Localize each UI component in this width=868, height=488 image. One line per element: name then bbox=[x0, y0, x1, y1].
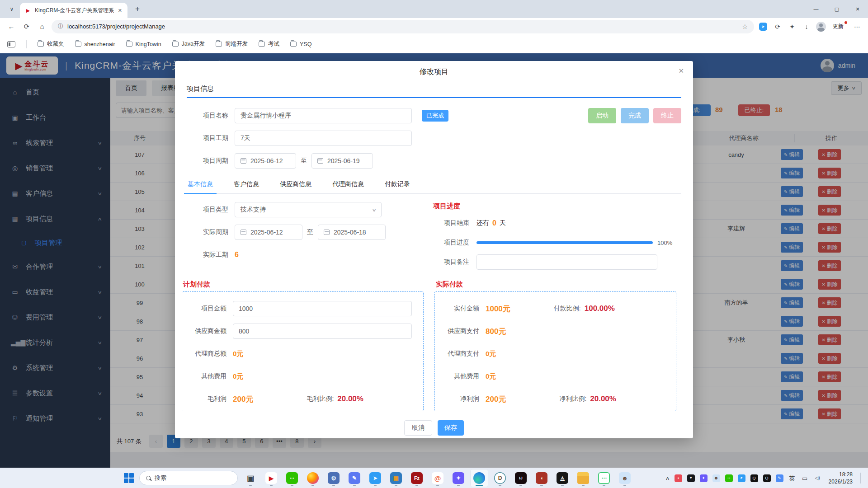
filezilla-app-icon[interactable]: Fz bbox=[408, 469, 426, 487]
clock[interactable]: 18:28 2026/1/23 bbox=[829, 471, 853, 485]
network-icon[interactable]: ▭ bbox=[801, 474, 809, 482]
bookmark-folder[interactable]: KingTowin bbox=[126, 41, 161, 47]
supplier-amount-input[interactable] bbox=[233, 324, 412, 339]
intellij-app-icon[interactable]: IJ bbox=[512, 469, 530, 487]
system-tray: ∧ ◗ ▼ ✦ ☻ ● ● ➤ Q Q bbox=[666, 471, 863, 485]
start-button[interactable] bbox=[124, 473, 134, 483]
net-ratio-value: 20.00% bbox=[590, 394, 616, 404]
modal-tab[interactable]: 付款记录 bbox=[384, 176, 411, 193]
wechat-app-icon[interactable]: ● ● bbox=[283, 469, 301, 487]
modal-tab[interactable]: 客户信息 bbox=[233, 176, 260, 193]
tray-red-app-icon[interactable]: ◗ bbox=[675, 474, 682, 482]
duration-input[interactable] bbox=[235, 131, 412, 146]
kingcrm-app-icon[interactable]: ▶ bbox=[262, 469, 280, 487]
refresh-button[interactable]: ⟳ bbox=[21, 21, 33, 33]
other-fee-value: 0元 bbox=[233, 372, 243, 381]
tray-wechat-icon[interactable]: ● ● bbox=[725, 474, 733, 482]
tray-purple-app-icon[interactable]: ✦ bbox=[700, 474, 708, 482]
paid-amount-value: 1000元 bbox=[486, 304, 510, 314]
save-button[interactable]: 保存 bbox=[438, 420, 464, 436]
maximize-button[interactable]: ▢ bbox=[826, 0, 847, 18]
browser-update-button[interactable]: 更新 bbox=[830, 21, 848, 32]
actual-start-datepicker[interactable]: 2025-06-12 bbox=[235, 225, 302, 240]
remote-desktop-icon[interactable]: ⚙ bbox=[325, 469, 343, 487]
modal-tab[interactable]: 代理商信息 bbox=[331, 176, 365, 193]
tab-search-button[interactable]: ∨ bbox=[5, 3, 18, 15]
browser-menu-button[interactable]: ⋯ bbox=[852, 21, 863, 32]
snail-app-icon[interactable]: @ bbox=[429, 469, 447, 487]
profile-button[interactable] bbox=[816, 21, 826, 32]
project-name-input[interactable] bbox=[235, 108, 412, 123]
bookmark-folder[interactable]: YSQ bbox=[290, 41, 311, 47]
taskbar-search[interactable]: 搜索 bbox=[139, 471, 238, 485]
vmware-app-icon[interactable]: ▦ bbox=[387, 469, 405, 487]
modal-tab[interactable]: 基本信息 bbox=[187, 176, 214, 193]
music-app-icon[interactable]: ◖ bbox=[533, 469, 551, 487]
agent-paid-value: 0元 bbox=[486, 350, 496, 358]
to-label: 至 bbox=[307, 228, 313, 236]
period-start-datepicker[interactable]: 2025-06-12 bbox=[235, 153, 296, 169]
back-button[interactable]: ← bbox=[5, 21, 17, 33]
unity-app-icon[interactable]: ◬ bbox=[553, 469, 571, 487]
actual-end-datepicker[interactable]: 2025-06-18 bbox=[318, 225, 386, 240]
end-label: 项目结束 bbox=[433, 219, 476, 227]
sync-icon[interactable]: ⟳ bbox=[772, 21, 783, 32]
project-amount-input[interactable] bbox=[233, 301, 412, 316]
close-icon[interactable]: ✕ bbox=[678, 67, 684, 75]
gross-ratio-label: 毛利比例: bbox=[307, 395, 334, 403]
bookmark-folder[interactable]: 前端开发 bbox=[216, 40, 248, 48]
finish-button[interactable]: 完成 bbox=[621, 108, 649, 123]
planned-payment-title: 计划付款 bbox=[182, 280, 424, 289]
window-close-button[interactable]: ✕ bbox=[847, 0, 868, 18]
bird-app-icon[interactable]: ➤ bbox=[366, 469, 384, 487]
chevron-down-icon: ∨ bbox=[10, 6, 14, 12]
tray-qq-icon-1[interactable]: Q bbox=[750, 474, 758, 482]
language-indicator[interactable]: 英 bbox=[788, 474, 796, 482]
period-label: 项目周期 bbox=[187, 157, 235, 165]
volume-icon[interactable]: ◁) bbox=[814, 474, 821, 482]
show-desktop-button[interactable] bbox=[860, 473, 861, 483]
tab-close-icon[interactable]: ✕ bbox=[117, 8, 123, 14]
url-text[interactable]: localhost:5173/project/projectManage bbox=[67, 23, 738, 30]
tray-qq-icon-2[interactable]: Q bbox=[763, 474, 771, 482]
chevron-down-icon: ∨ bbox=[371, 207, 377, 212]
browser-tab[interactable]: ▶ KingCRM-金斗云客户关系管理系统 ✕ bbox=[20, 3, 127, 18]
tray-shield-app-icon[interactable]: ▼ bbox=[687, 474, 695, 482]
collections-icon[interactable]: ✦ bbox=[787, 21, 797, 32]
bookmark-folder[interactable]: Java开发 bbox=[172, 40, 205, 48]
bird-extension-icon[interactable]: ➤ bbox=[758, 21, 769, 32]
edge-app-icon[interactable] bbox=[470, 469, 488, 487]
start-button[interactable]: 启动 bbox=[588, 108, 616, 123]
girl-avatar-app-icon[interactable]: ☻ bbox=[616, 469, 634, 487]
terminate-button[interactable]: 终止 bbox=[653, 108, 681, 123]
modal-tab[interactable]: 供应商信息 bbox=[279, 176, 312, 193]
period-end-datepicker[interactable]: 2025-06-19 bbox=[311, 153, 373, 169]
tray-blue-app-icon[interactable]: ➤ bbox=[738, 474, 745, 482]
project-type-select[interactable]: 技术支持 ∨ bbox=[235, 202, 382, 217]
minimize-button[interactable]: — bbox=[806, 0, 826, 18]
purple-app-icon[interactable]: ✦ bbox=[449, 469, 467, 487]
bookmark-folder[interactable]: 考试 bbox=[259, 40, 279, 48]
pen-app-icon[interactable]: ✎ bbox=[345, 469, 363, 487]
bookmark-star-icon[interactable]: ☆ bbox=[742, 23, 748, 30]
new-tab-button[interactable]: + bbox=[131, 3, 144, 15]
site-info-icon[interactable]: ⓘ bbox=[58, 23, 63, 30]
downloads-button[interactable]: ↓ bbox=[801, 21, 812, 32]
chat-app-icon[interactable]: ⋯ bbox=[595, 469, 613, 487]
modal-header: 修改项目 ✕ bbox=[175, 61, 693, 83]
home-button[interactable]: ⌂ bbox=[36, 21, 48, 33]
file-explorer-icon[interactable] bbox=[574, 469, 592, 487]
bookmark-folder[interactable]: shenzhenair bbox=[75, 41, 115, 47]
bookmark-folder[interactable]: 收藏夹 bbox=[38, 40, 64, 48]
note-input[interactable] bbox=[476, 254, 657, 270]
address-bar[interactable]: ⓘ localhost:5173/project/projectManage ☆ bbox=[52, 20, 754, 33]
task-view-icon[interactable]: ▣ bbox=[241, 469, 259, 487]
firefox-app-icon[interactable] bbox=[304, 469, 322, 487]
tray-pen-app-icon[interactable]: ✎ bbox=[776, 474, 783, 482]
tray-expand-icon[interactable]: ∧ bbox=[665, 476, 670, 481]
cancel-button[interactable]: 取消 bbox=[404, 420, 432, 436]
reading-list-icon[interactable] bbox=[7, 41, 15, 47]
modal-title: 修改项目 bbox=[420, 67, 448, 77]
tray-avatar-icon[interactable]: ☻ bbox=[712, 474, 720, 482]
dbeaver-app-icon[interactable]: D bbox=[491, 469, 509, 487]
